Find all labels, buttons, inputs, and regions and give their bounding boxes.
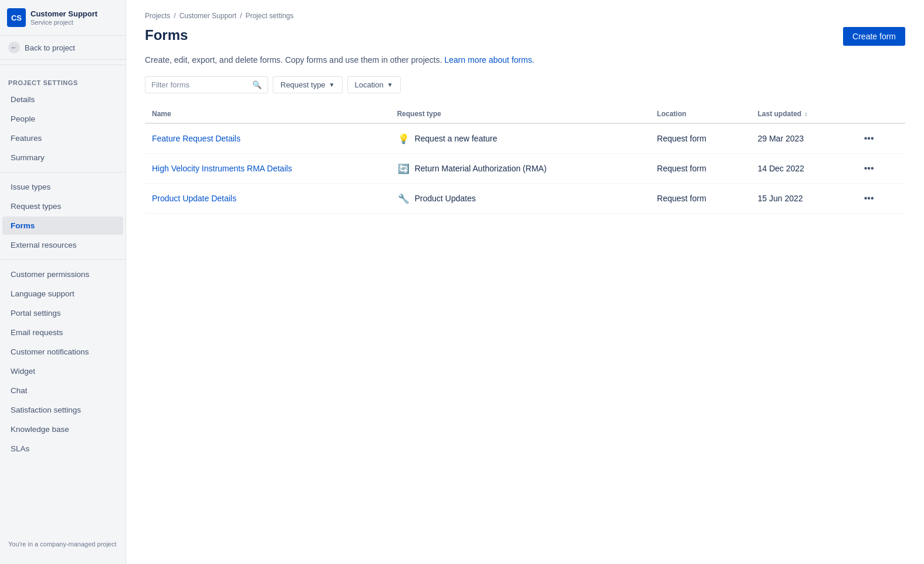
- more-options-button[interactable]: •••: [859, 131, 879, 146]
- sidebar-divider-1: [0, 65, 126, 65]
- sort-icon: ↕: [804, 111, 807, 117]
- sidebar-item-widget[interactable]: Widget: [2, 362, 123, 380]
- col-actions: [852, 105, 905, 123]
- main-content: Projects / Customer Support / Project se…: [126, 0, 924, 564]
- request-type-text: Return Material Authorization (RMA): [415, 164, 547, 173]
- location-dropdown[interactable]: Location ▼: [347, 76, 401, 93]
- table-header: Name Request type Location Last updated …: [145, 105, 905, 123]
- breadcrumb-customer-support[interactable]: Customer Support: [180, 12, 236, 20]
- breadcrumb: Projects / Customer Support / Project se…: [145, 12, 905, 20]
- cell-last-updated: 29 Mar 2023: [750, 123, 852, 154]
- breadcrumb-sep-2: /: [240, 12, 242, 20]
- table-row: Product Update Details 🔧 Product Updates…: [145, 184, 905, 214]
- sidebar-item-features[interactable]: Features: [2, 129, 123, 147]
- cell-request-type: 🔄 Return Material Authorization (RMA): [390, 154, 650, 184]
- col-request-type: Request type: [390, 105, 650, 123]
- sidebar-divider-2: [0, 172, 126, 173]
- more-options-button[interactable]: •••: [859, 191, 879, 206]
- sidebar-item-external-resources[interactable]: External resources: [2, 236, 123, 254]
- request-type-icon: 🔧: [397, 192, 410, 205]
- chevron-down-icon-2: ▼: [387, 82, 393, 88]
- sidebar-divider-3: [0, 259, 126, 260]
- breadcrumb-projects[interactable]: Projects: [145, 12, 170, 20]
- sidebar-item-satisfaction-settings[interactable]: Satisfaction settings: [2, 401, 123, 419]
- sidebar-item-customer-notifications[interactable]: Customer notifications: [2, 343, 123, 361]
- cell-request-type: 💡 Request a new feature: [390, 123, 650, 154]
- filters: 🔍 Request type ▼ Location ▼: [145, 76, 905, 93]
- back-icon: ←: [8, 42, 20, 53]
- cell-name: Feature Request Details: [145, 123, 390, 154]
- sidebar-item-portal-settings[interactable]: Portal settings: [2, 304, 123, 322]
- cell-name: High Velocity Instruments RMA Details: [145, 154, 390, 184]
- cell-last-updated: 15 Jun 2022: [750, 184, 852, 214]
- table-row: Feature Request Details 💡 Request a new …: [145, 123, 905, 154]
- cell-location: Request form: [650, 123, 751, 154]
- sidebar-item-details[interactable]: Details: [2, 90, 123, 109]
- cell-location: Request form: [650, 154, 751, 184]
- project-name: Customer Support: [31, 9, 97, 19]
- cell-actions: •••: [852, 123, 905, 154]
- back-label: Back to project: [25, 43, 75, 52]
- sidebar-section-heading: Project settings: [0, 70, 126, 90]
- sidebar-item-customer-permissions[interactable]: Customer permissions: [2, 265, 123, 283]
- breadcrumb-sep-1: /: [174, 12, 175, 20]
- cell-last-updated: 14 Dec 2022: [750, 154, 852, 184]
- col-last-updated: Last updated ↕: [750, 105, 852, 123]
- request-type-text: Request a new feature: [415, 134, 497, 143]
- page-description: Create, edit, export, and delete forms. …: [145, 55, 905, 65]
- more-options-button[interactable]: •••: [859, 161, 879, 176]
- sidebar-item-email-requests[interactable]: Email requests: [2, 323, 123, 342]
- col-name: Name: [145, 105, 390, 123]
- request-type-icon: 🔄: [397, 162, 410, 175]
- sidebar-item-knowledge-base[interactable]: Knowledge base: [2, 420, 123, 438]
- table-body: Feature Request Details 💡 Request a new …: [145, 123, 905, 214]
- forms-table: Name Request type Location Last updated …: [145, 105, 905, 214]
- sidebar: CS Customer Support Service project ← Ba…: [0, 0, 126, 564]
- back-to-project-button[interactable]: ← Back to project: [0, 36, 126, 60]
- form-name-link[interactable]: Feature Request Details: [152, 134, 241, 143]
- request-type-label: Request type: [280, 80, 326, 89]
- form-name-link[interactable]: High Velocity Instruments RMA Details: [152, 164, 292, 173]
- sidebar-item-request-types[interactable]: Request types: [2, 197, 123, 215]
- sidebar-item-summary[interactable]: Summary: [2, 148, 123, 167]
- cell-request-type: 🔧 Product Updates: [390, 184, 650, 214]
- cell-location: Request form: [650, 184, 751, 214]
- cell-actions: •••: [852, 154, 905, 184]
- sidebar-item-people[interactable]: People: [2, 110, 123, 128]
- search-input[interactable]: [151, 80, 250, 89]
- sidebar-item-forms[interactable]: Forms: [2, 217, 123, 235]
- sidebar-item-language-support[interactable]: Language support: [2, 285, 123, 303]
- request-type-text: Product Updates: [415, 194, 476, 203]
- cell-actions: •••: [852, 184, 905, 214]
- request-type-icon: 💡: [397, 132, 410, 145]
- form-name-link[interactable]: Product Update Details: [152, 194, 236, 203]
- sidebar-footer: You're in a company-managed project: [0, 536, 126, 552]
- page-header: Forms Create form: [145, 27, 905, 46]
- filter-search-container: 🔍: [145, 76, 268, 93]
- location-label: Location: [355, 80, 384, 89]
- chevron-down-icon: ▼: [329, 82, 335, 88]
- create-form-button[interactable]: Create form: [843, 27, 905, 46]
- sidebar-item-chat[interactable]: Chat: [2, 381, 123, 400]
- breadcrumb-current: Project settings: [245, 12, 293, 20]
- project-type: Service project: [31, 19, 97, 26]
- request-type-dropdown[interactable]: Request type ▼: [273, 76, 343, 93]
- project-avatar: CS: [7, 8, 26, 27]
- page-title: Forms: [145, 27, 188, 43]
- sidebar-header: CS Customer Support Service project: [0, 0, 126, 36]
- col-location: Location: [650, 105, 751, 123]
- table-row: High Velocity Instruments RMA Details 🔄 …: [145, 154, 905, 184]
- learn-more-link[interactable]: Learn more about forms.: [444, 55, 534, 65]
- search-icon: 🔍: [252, 80, 262, 89]
- cell-name: Product Update Details: [145, 184, 390, 214]
- sidebar-item-issue-types[interactable]: Issue types: [2, 178, 123, 196]
- sidebar-item-slas[interactable]: SLAs: [2, 440, 123, 458]
